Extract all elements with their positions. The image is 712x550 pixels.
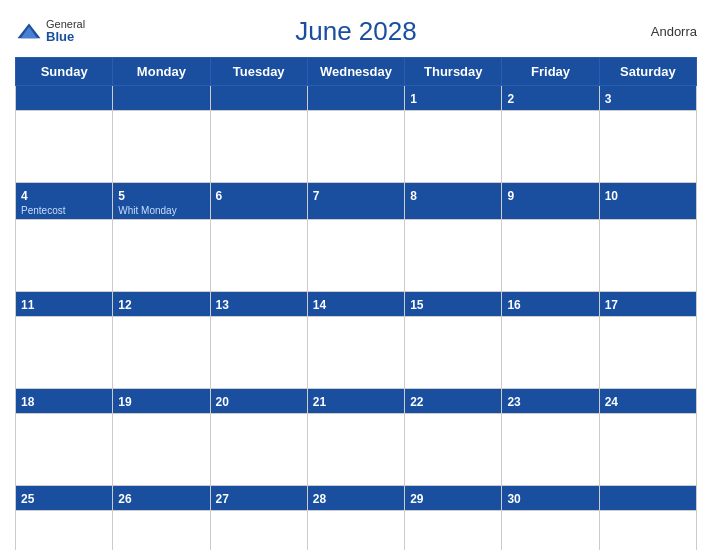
day-number: 12 [118,298,131,312]
header-saturday: Saturday [599,58,696,86]
table-cell [599,220,696,292]
table-row [599,486,696,511]
day-number: 26 [118,492,131,506]
table-cell [502,111,599,183]
calendar-title: June 2028 [295,16,416,47]
day-number: 22 [410,395,423,409]
table-cell [16,511,113,551]
holiday-name: Pentecost [21,205,107,216]
day-number: 23 [507,395,520,409]
day-number: 11 [21,298,34,312]
week-header-2: 11121314151617 [16,292,697,317]
table-row: 28 [307,486,404,511]
day-number: 25 [21,492,34,506]
day-number: 1 [410,92,417,106]
calendar-header: General Blue June 2028 Andorra [15,10,697,51]
table-cell [599,511,696,551]
table-row: 14 [307,292,404,317]
table-row: 12 [113,292,210,317]
day-number: 24 [605,395,618,409]
table-cell [599,317,696,389]
day-number: 20 [216,395,229,409]
table-cell [16,220,113,292]
day-number: 27 [216,492,229,506]
week-content-3 [16,414,697,486]
day-number: 17 [605,298,618,312]
day-number: 6 [216,189,223,203]
table-cell [405,220,502,292]
table-cell [307,414,404,486]
header-friday: Friday [502,58,599,86]
days-header-row: Sunday Monday Tuesday Wednesday Thursday… [16,58,697,86]
table-cell [405,111,502,183]
holiday-name: Whit Monday [118,205,204,216]
table-cell [405,317,502,389]
table-row: 8 [405,183,502,220]
table-cell [599,414,696,486]
day-number: 29 [410,492,423,506]
day-number: 3 [605,92,612,106]
table-row: 20 [210,389,307,414]
table-cell [307,220,404,292]
table-row: 11 [16,292,113,317]
table-cell [502,511,599,551]
table-cell [16,111,113,183]
day-number: 5 [118,189,125,203]
day-number: 7 [313,189,320,203]
day-number: 2 [507,92,514,106]
table-cell [113,220,210,292]
table-row: 18 [16,389,113,414]
day-number: 18 [21,395,34,409]
header-wednesday: Wednesday [307,58,404,86]
table-row [16,86,113,111]
table-row: 10 [599,183,696,220]
week-content-2 [16,317,697,389]
table-row: 4Pentecost [16,183,113,220]
table-cell [113,414,210,486]
table-row: 27 [210,486,307,511]
country-label: Andorra [651,23,697,38]
table-row: 24 [599,389,696,414]
table-cell [502,220,599,292]
day-number: 14 [313,298,326,312]
table-row: 23 [502,389,599,414]
header-thursday: Thursday [405,58,502,86]
table-cell [113,317,210,389]
table-cell [599,111,696,183]
header-monday: Monday [113,58,210,86]
table-cell [405,511,502,551]
table-cell [502,317,599,389]
table-row [210,86,307,111]
table-row: 1 [405,86,502,111]
table-row: 25 [16,486,113,511]
day-number: 13 [216,298,229,312]
table-cell [210,511,307,551]
table-cell [16,317,113,389]
header-sunday: Sunday [16,58,113,86]
week-header-4: 252627282930 [16,486,697,511]
week-content-4 [16,511,697,551]
week-content-1 [16,220,697,292]
table-row: 26 [113,486,210,511]
logo: General Blue [15,17,85,43]
table-row: 13 [210,292,307,317]
day-number: 19 [118,395,131,409]
table-row: 3 [599,86,696,111]
day-number: 30 [507,492,520,506]
table-row: 15 [405,292,502,317]
table-cell [210,111,307,183]
day-number: 9 [507,189,514,203]
week-content-0 [16,111,697,183]
table-row: 19 [113,389,210,414]
calendar-table: Sunday Monday Tuesday Wednesday Thursday… [15,57,697,550]
table-cell [307,511,404,551]
header-tuesday: Tuesday [210,58,307,86]
table-row [113,86,210,111]
table-row: 22 [405,389,502,414]
table-cell [307,111,404,183]
week-header-0: 123 [16,86,697,111]
logo-icon [15,21,43,39]
table-cell [210,317,307,389]
table-cell [210,414,307,486]
day-number: 21 [313,395,326,409]
